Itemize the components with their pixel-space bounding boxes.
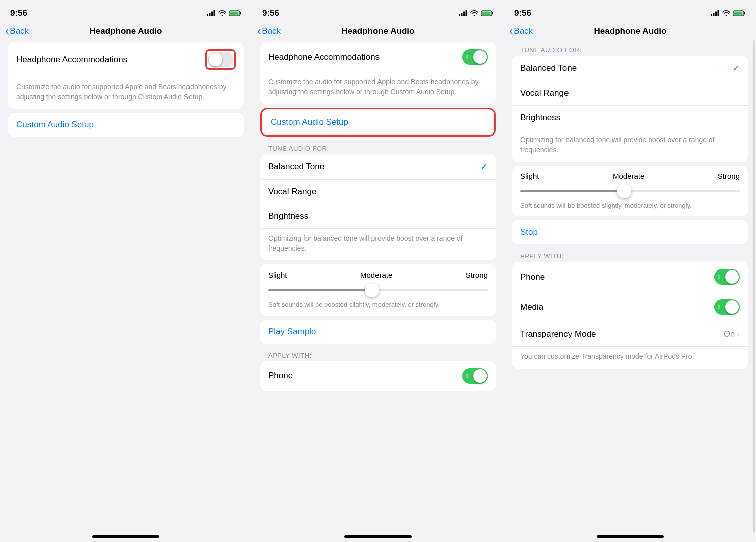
media-row-3: Media I	[512, 292, 748, 322]
slider-labels-3: Slight Moderate Strong	[520, 172, 740, 180]
svg-rect-20	[734, 12, 743, 15]
svg-rect-6	[230, 12, 239, 15]
svg-rect-10	[466, 10, 467, 16]
balanced-tone-row-3[interactable]: Balanced Tone ✓	[512, 56, 748, 81]
back-chevron-icon-3: ‹	[509, 26, 513, 37]
toggle-knob-1	[209, 53, 222, 66]
media-toggle-i-3: I	[718, 304, 720, 310]
tune-audio-desc-2: Optimizing for balanced tone will provid…	[260, 229, 496, 260]
toggle-outline-1	[205, 49, 236, 70]
apply-with-header-3: APPLY WITH:	[512, 248, 748, 262]
svg-rect-12	[492, 12, 493, 15]
wifi-icon-3	[722, 10, 730, 16]
back-chevron-icon-1: ‹	[5, 26, 9, 37]
svg-rect-7	[459, 14, 460, 16]
accommodations-row-1: Headphone Accommodations	[8, 42, 244, 77]
svg-rect-8	[461, 13, 463, 16]
status-bar-3: 9:56	[504, 0, 756, 22]
slider-section-3: Slight Moderate Strong Soft sounds will …	[512, 166, 748, 216]
custom-audio-link-1[interactable]: Custom Audio Setup	[8, 113, 244, 137]
brightness-label-3: Brightness	[520, 113, 560, 123]
stop-link-3[interactable]: Stop	[512, 220, 748, 244]
vocal-range-label-3: Vocal Range	[520, 88, 569, 98]
brightness-row-3[interactable]: Brightness	[512, 106, 748, 130]
custom-audio-outline-2: Custom Audio Setup	[260, 108, 496, 137]
status-time-2: 9:56	[262, 8, 279, 18]
accommodations-toggle-1[interactable]	[208, 52, 233, 67]
transparency-value-3: On	[724, 329, 735, 339]
content-1: Headphone Accommodations Customize the a…	[0, 42, 252, 535]
brightness-row-2[interactable]: Brightness	[260, 204, 496, 229]
tune-audio-card-2: Balanced Tone ✓ Vocal Range Brightness O…	[260, 154, 496, 260]
home-indicator-3	[597, 535, 664, 538]
status-bar-2: 9:56	[252, 0, 504, 22]
nav-title-2: Headphone Audio	[342, 26, 415, 36]
accommodations-toggle-2[interactable]: I	[462, 49, 488, 65]
transparency-row-3[interactable]: Transparency Mode On ›	[512, 322, 748, 347]
battery-icon-3	[733, 10, 746, 16]
slider-thumb-3[interactable]	[617, 184, 631, 198]
back-button-2[interactable]: ‹ Back	[257, 26, 281, 37]
slider-fill-3	[520, 190, 624, 192]
back-label-3: Back	[514, 26, 533, 36]
accommodations-card-1: Headphone Accommodations Customize the a…	[8, 42, 244, 109]
nav-bar-3: ‹ Back Headphone Audio	[504, 22, 756, 42]
tune-audio-header-2: TUNE AUDIO FOR:	[260, 141, 496, 154]
svg-rect-17	[718, 10, 719, 16]
accommodations-desc-2: Customize the audio for supported Apple …	[260, 72, 496, 104]
vocal-range-label-2: Vocal Range	[268, 187, 316, 197]
tune-audio-desc-3: Optimizing for balanced tone will provid…	[512, 130, 748, 162]
toggle-i-label-2: I	[466, 54, 468, 60]
content-3: TUNE AUDIO FOR: Balanced Tone ✓ Vocal Ra…	[504, 42, 756, 535]
back-button-1[interactable]: ‹ Back	[5, 26, 29, 37]
signal-icon-1	[207, 10, 215, 16]
svg-rect-1	[209, 13, 211, 16]
accommodations-card-2: Headphone Accommodations I Customize the…	[260, 42, 496, 104]
wifi-icon-1	[218, 10, 226, 16]
balanced-tone-check-3: ✓	[732, 63, 740, 74]
phone-toggle-2[interactable]: I	[462, 368, 488, 384]
apply-with-header-2: APPLY WITH:	[260, 348, 496, 361]
svg-rect-9	[463, 12, 465, 17]
vocal-range-row-2[interactable]: Vocal Range	[260, 180, 496, 204]
slider-label-moderate-3: Moderate	[613, 172, 644, 180]
home-indicator-2	[344, 535, 412, 538]
vocal-range-row-3[interactable]: Vocal Range	[512, 81, 748, 106]
svg-rect-5	[240, 12, 241, 15]
media-toggle-3[interactable]: I	[714, 299, 740, 315]
toggle-knob-2	[473, 50, 487, 64]
slider-label-moderate-2: Moderate	[360, 270, 392, 279]
accommodations-desc-1: Customize the audio for supported Apple …	[8, 77, 244, 109]
slider-label-strong-2: Strong	[466, 270, 488, 279]
apply-with-card-2: Phone I	[260, 361, 496, 391]
back-label-1: Back	[10, 26, 29, 36]
slider-label-strong-3: Strong	[718, 172, 740, 180]
status-icons-2	[459, 10, 494, 16]
status-icons-3	[711, 10, 746, 16]
slider-desc-2: Soft sounds will be boosted slightly, mo…	[268, 300, 488, 309]
balanced-tone-row-2[interactable]: Balanced Tone ✓	[260, 154, 496, 180]
phone-toggle-i-3: I	[718, 274, 720, 280]
custom-audio-wrapper-2: Custom Audio Setup	[260, 108, 496, 137]
slider-section-2: Slight Moderate Strong Soft sounds will …	[260, 264, 496, 315]
svg-rect-0	[207, 14, 208, 16]
slider-label-slight-3: Slight	[520, 172, 539, 180]
accommodations-label-2: Headphone Accommodations	[268, 52, 380, 62]
play-sample-card-2: Play Sample	[260, 320, 496, 344]
phone-toggle-3[interactable]: I	[714, 269, 740, 285]
phone-row-3: Phone I	[512, 262, 748, 292]
play-sample-link-2[interactable]: Play Sample	[260, 320, 496, 344]
slider-thumb-2[interactable]	[365, 283, 379, 297]
custom-audio-link-2[interactable]: Custom Audio Setup	[263, 110, 493, 134]
back-button-3[interactable]: ‹ Back	[509, 26, 533, 37]
slider-fill-2	[268, 289, 371, 291]
slider-container-3[interactable]	[520, 184, 740, 198]
panel-2: 9:56 ‹ Back Headphone	[252, 0, 504, 542]
svg-rect-19	[744, 12, 745, 15]
slider-container-2[interactable]	[268, 283, 488, 297]
svg-rect-15	[713, 13, 715, 16]
signal-icon-3	[711, 10, 719, 16]
status-bar-1: 9:56	[0, 0, 252, 22]
status-time-3: 9:56	[514, 8, 531, 18]
balanced-tone-label-3: Balanced Tone	[520, 63, 577, 73]
